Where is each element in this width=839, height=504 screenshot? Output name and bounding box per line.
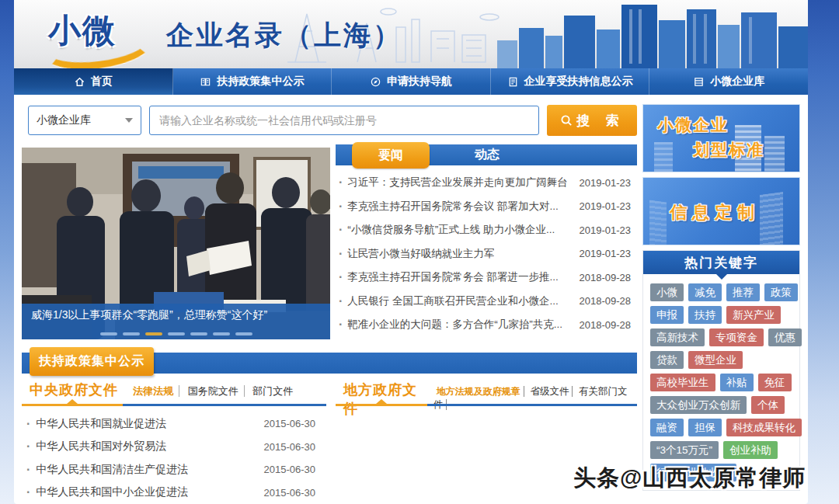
news-item[interactable]: “小微信贷服务导航”正式上线 助力小微企业... 2019-01-23 (336, 218, 637, 242)
news-item[interactable]: 让民营小微当好吸纳就业主力军 2019-01-23 (336, 242, 637, 266)
keyword-tag[interactable]: 小微 (650, 283, 684, 301)
local-gov-column: 地方政府文件 地方法规及政府规章 省级文件 有关部门文件 (336, 381, 637, 406)
news-item[interactable]: 靶准小企业的大问题：多方合作“几家抬”共克... 2018-09-28 (336, 313, 637, 337)
book-icon (200, 76, 211, 88)
site-header: 小微 企业名录（上海） (14, 0, 808, 68)
site-logo[interactable]: 小微 (37, 3, 162, 65)
doc-item[interactable]: 中华人民共和国中小企业促进法 2015-06-30 (22, 481, 326, 504)
doc-item-title: 中华人民共和国对外贸易法 (36, 440, 166, 454)
news-item-title: “小微信贷服务导航”正式上线 助力小微企业... (347, 223, 555, 237)
news-tab-bar: 要闻 动态 (336, 144, 637, 165)
hot-keywords-panel: 热门关键字 小微减免推荐政策申报扶持新兴产业高新技术专项资金优惠贷款微型企业高校… (642, 250, 800, 491)
keyword-tag[interactable]: 高新技术 (650, 328, 705, 346)
subtab-department-docs[interactable]: 部门文件 (247, 385, 298, 397)
keyword-tag[interactable]: 申报 (650, 306, 684, 324)
news-item-title: 习近平：支持民营企业发展并走向更加广阔舞台 (347, 176, 568, 189)
keyword-tag[interactable]: 科技成果转化 (726, 419, 802, 436)
nav-item-policy-publicity[interactable]: 扶持政策集中公示 (173, 68, 332, 95)
policy-section-title[interactable]: 扶持政策集中公示 (30, 347, 154, 376)
logo-text: 小微 (48, 9, 117, 53)
carousel-dot[interactable] (123, 332, 140, 335)
building-graphic (649, 200, 667, 245)
nav-item-enterprise-database[interactable]: 小微企业库 (649, 68, 808, 95)
keyword-tag[interactable]: 融资 (650, 419, 684, 436)
keyword-tag[interactable]: 创业补助 (723, 441, 778, 459)
news-item[interactable]: 李克强主持召开国务院常务会议 部署加大对... 2019-01-23 (336, 195, 637, 219)
photo-caption-bar: 威海1/3以上事项群众“零跑腿”，总理称赞“这个好” (22, 304, 330, 339)
search-button-label: 搜 索 (576, 112, 625, 130)
banner-sizing-standard[interactable]: 小微企业 划型标准 (642, 104, 800, 172)
keyword-tag[interactable]: 微型企业 (688, 351, 743, 369)
doc-item[interactable]: 中华人民共和国清洁生产促进法 2015-06-30 (22, 458, 326, 481)
news-item-date: 2019-01-23 (580, 248, 638, 259)
doc-item[interactable]: 中华人民共和国对外贸易法 2015-06-30 (22, 436, 326, 459)
banner-text-line2: 划型标准 (693, 139, 764, 161)
news-item-title: 李克强主持召开国务院常务会 部署进一步推... (347, 270, 559, 284)
home-icon (74, 76, 85, 88)
banner-text: 信息定制 (670, 201, 760, 224)
search-icon (560, 114, 573, 127)
tab-headlines[interactable]: 要闻 (352, 142, 430, 169)
news-item-date: 2018-09-28 (580, 319, 638, 331)
site-title: 企业名录（上海） (166, 17, 402, 54)
news-item[interactable]: 人民银行 全国工商联召开民营企业和小微企... 2018-09-28 (336, 290, 637, 314)
doc-item-date: 2015-06-30 (264, 464, 327, 475)
subtab-local-regulations[interactable]: 地方法规及政府规章 (433, 386, 524, 397)
keyword-tag[interactable]: “3个15万元” (650, 441, 719, 459)
tab-dynamics[interactable]: 动态 (444, 144, 530, 165)
chevron-down-icon (125, 118, 133, 123)
keyword-tag[interactable]: 政策 (764, 283, 798, 301)
carousel-dot[interactable] (100, 332, 117, 335)
carousel-dot[interactable] (145, 332, 162, 335)
keyword-tag[interactable]: 补贴 (720, 374, 754, 391)
keyword-tag[interactable]: 担保 (688, 419, 722, 436)
subtab-laws[interactable]: 法律法规 (127, 385, 179, 397)
subtab-state-council-docs[interactable]: 国务院文件 (183, 385, 245, 397)
central-gov-header: 中央政府文件 法律法规 国务院文件 部门文件 (22, 381, 326, 401)
carousel-dot[interactable] (213, 332, 230, 335)
news-photo-carousel[interactable]: 威海1/3以上事项群众“零跑腿”，总理称赞“这个好” (22, 148, 330, 339)
banner-info-customization[interactable]: 信息定制 (642, 177, 800, 245)
page: 小微 企业名录（上海） 首页 扶持政策集中公示 申请扶持导航 企业享受扶持信息公… (14, 0, 808, 504)
keyword-tag[interactable]: 高校毕业生 (650, 374, 715, 391)
news-item-date: 2018-09-28 (580, 272, 638, 283)
keyword-tag[interactable]: 减免 (688, 283, 722, 301)
carousel-indicators (22, 332, 330, 335)
carousel-dot[interactable] (190, 332, 207, 335)
nav-label: 首页 (91, 75, 113, 89)
main-nav: 首页 扶持政策集中公示 申请扶持导航 企业享受扶持信息公示 小微企业库 (14, 68, 808, 95)
keyword-tag[interactable]: 个体 (751, 396, 785, 414)
category-select-value: 小微企业库 (37, 113, 91, 127)
keyword-tag[interactable]: 扶持 (688, 306, 722, 324)
carousel-dot[interactable] (235, 332, 252, 335)
keyword-tag[interactable]: 推荐 (726, 283, 760, 301)
local-gov-rule (336, 404, 637, 406)
category-select[interactable]: 小微企业库 (28, 106, 141, 135)
keyword-tag[interactable]: 专项资金 (709, 328, 764, 346)
subtab-provincial-docs[interactable]: 省级文件 (527, 386, 573, 397)
carousel-dot[interactable] (168, 332, 185, 335)
search-input[interactable] (149, 106, 539, 135)
news-item-date: 2019-01-23 (580, 224, 638, 236)
news-item-date: 2018-09-28 (580, 295, 638, 307)
central-gov-title[interactable]: 中央政府文件 (30, 381, 118, 399)
keyword-tag[interactable]: 优惠 (768, 328, 802, 346)
nav-item-home[interactable]: 首页 (14, 68, 173, 95)
news-item-title: 李克强主持召开国务院常务会议 部署加大对... (347, 200, 559, 214)
nav-item-apply-guide[interactable]: 申请扶持导航 (332, 68, 491, 95)
keyword-tag[interactable]: 贷款 (650, 351, 684, 369)
nav-label: 企业享受扶持信息公示 (524, 75, 633, 89)
news-item[interactable]: 习近平：支持民营企业发展并走向更加广阔舞台 2019-01-23 (336, 171, 637, 195)
doc-item[interactable]: 中华人民共和国就业促进法 2015-06-30 (22, 412, 326, 436)
building-graphic (654, 142, 673, 172)
nav-item-enterprise-benefit-info[interactable]: 企业享受扶持信息公示 (491, 68, 650, 95)
central-gov-subtabs: 法律法规 国务院文件 部门文件 (127, 384, 298, 398)
news-item-title: 靶准小企业的大问题：多方合作“几家抬”共克... (347, 318, 562, 332)
news-list: 习近平：支持民营企业发展并走向更加广阔舞台 2019-01-23 李克强主持召开… (336, 171, 637, 337)
keyword-tag[interactable]: 大众创业万众创新 (650, 396, 747, 414)
doc-item-title: 中华人民共和国中小企业促进法 (36, 485, 188, 499)
keyword-tag[interactable]: 免征 (758, 374, 792, 391)
search-button[interactable]: 搜 索 (547, 105, 637, 136)
keyword-tag[interactable]: 新兴产业 (726, 306, 781, 324)
news-item[interactable]: 李克强主持召开国务院常务会 部署进一步推... 2018-09-28 (336, 266, 637, 290)
